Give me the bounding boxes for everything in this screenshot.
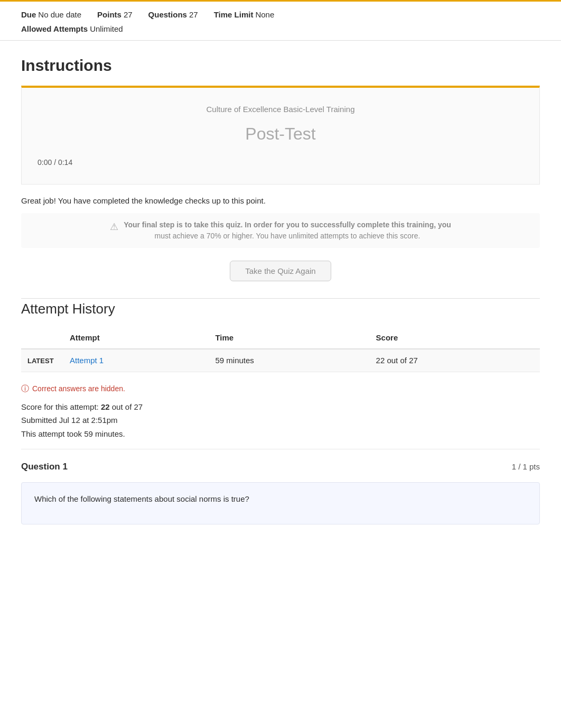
meta-due: Due No due date <box>21 9 81 21</box>
attempt-table-header-row: Attempt Time Score <box>21 328 540 349</box>
time-limit-label: Time Limit <box>214 9 254 21</box>
attempt-history-section: Attempt History Attempt Time Score LATES… <box>0 299 561 556</box>
info-icon: ⓘ <box>21 383 29 395</box>
points-label: Points <box>97 9 121 21</box>
attempt-table: Attempt Time Score LATEST Attempt 1 59 m… <box>21 328 540 372</box>
allowed-attempts-value: Unlimited <box>90 23 123 35</box>
meta-points: Points 27 <box>97 9 133 21</box>
correct-answers-text: Correct answers are hidden. <box>32 383 125 394</box>
correct-answers-note: ⓘ Correct answers are hidden. <box>21 383 540 395</box>
instructions-title: Instructions <box>21 53 540 77</box>
take-quiz-again-button[interactable]: Take the Quiz Again <box>230 261 331 281</box>
quiz-header-box: Culture of Excellence Basic-Level Traini… <box>21 86 540 185</box>
score-line-label: Score for this attempt: <box>21 402 99 411</box>
due-label: Due <box>21 9 36 21</box>
quiz-subtitle: Culture of Excellence Basic-Level Traini… <box>32 104 529 116</box>
warning-text: Your final step is to take this quiz. In… <box>124 219 451 242</box>
attempt-score-text: Score for this attempt: 22 out of 27 Sub… <box>21 400 540 441</box>
warning-box: ⚠ Your final step is to take this quiz. … <box>21 213 540 248</box>
points-value: 27 <box>124 9 133 21</box>
row-time: 59 minutes <box>209 349 369 372</box>
latest-label: LATEST <box>27 357 54 365</box>
page-wrapper: Due No due date Points 27 Questions 27 T… <box>0 0 561 556</box>
due-value: No due date <box>38 9 81 21</box>
meta-allowed-attempts: Allowed Attempts Unlimited <box>21 23 123 35</box>
warning-strong: Your final step is to take this quiz. In… <box>124 220 451 229</box>
take-quiz-btn-wrapper: Take the Quiz Again <box>21 261 540 281</box>
questions-value: 27 <box>189 9 198 21</box>
row-attempt: Attempt 1 <box>63 349 209 372</box>
attempt-1-link[interactable]: Attempt 1 <box>70 356 104 365</box>
question-1-header: Question 1 1 / 1 pts <box>21 460 540 478</box>
question-1-box: Which of the following statements about … <box>21 482 540 524</box>
quiz-title-large: Post-Test <box>32 121 529 146</box>
meta-info: Due No due date Points 27 Questions 27 T… <box>0 2 561 41</box>
row-score: 22 out of 27 <box>370 349 540 372</box>
instructions-section: Instructions Culture of Excellence Basic… <box>0 41 561 281</box>
time-limit-value: None <box>255 9 274 21</box>
meta-row-2: Allowed Attempts Unlimited <box>21 23 540 35</box>
completion-text: Great job! You have completed the knowle… <box>21 195 540 207</box>
col-attempt-header: Attempt <box>63 328 209 349</box>
row-tag: LATEST <box>21 349 63 372</box>
warning-icon: ⚠ <box>110 220 118 234</box>
warning-text-rest: must achieve a 70% or higher. You have u… <box>155 232 420 240</box>
question-1-text: Which of the following statements about … <box>34 494 249 503</box>
meta-time-limit: Time Limit None <box>214 9 275 21</box>
questions-label: Questions <box>148 9 187 21</box>
quiz-timer: 0:00 / 0:14 <box>32 157 529 168</box>
col-time-header: Time <box>209 328 369 349</box>
table-row: LATEST Attempt 1 59 minutes 22 out of 27 <box>21 349 540 372</box>
attempt-table-body: LATEST Attempt 1 59 minutes 22 out of 27 <box>21 349 540 372</box>
question-1-title: Question 1 <box>21 460 68 474</box>
col-empty <box>21 328 63 349</box>
question-1-section: Question 1 1 / 1 pts Which of the follow… <box>21 460 540 535</box>
attempt-details: ⓘ Correct answers are hidden. Score for … <box>21 372 540 449</box>
question-1-pts: 1 / 1 pts <box>512 461 540 473</box>
score-rest: out of 27 <box>112 402 143 411</box>
meta-questions: Questions 27 <box>148 9 198 21</box>
took-line: This attempt took 59 minutes. <box>21 429 125 438</box>
attempt-table-head: Attempt Time Score <box>21 328 540 349</box>
meta-row-1: Due No due date Points 27 Questions 27 T… <box>21 9 540 21</box>
attempt-history-title: Attempt History <box>21 299 540 319</box>
score-bold: 22 <box>101 402 110 411</box>
col-score-header: Score <box>370 328 540 349</box>
submitted-line: Submitted Jul 12 at 2:51pm <box>21 416 118 425</box>
allowed-attempts-label: Allowed Attempts <box>21 23 88 35</box>
